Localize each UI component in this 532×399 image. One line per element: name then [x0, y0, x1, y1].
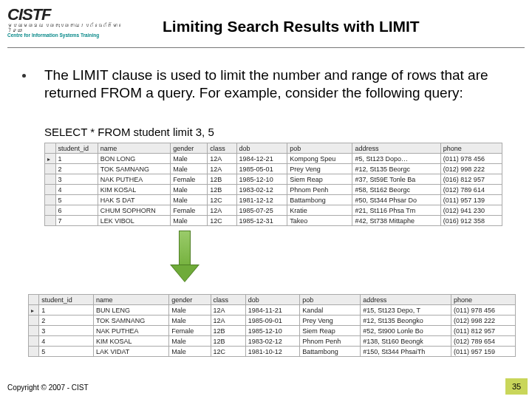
table-row: 2TOK SAMNANGMale12A1985-05-01Prey Veng#1… — [45, 164, 502, 174]
sql-query: SELECT * FROM student limit 3, 5 — [44, 126, 214, 138]
logo: CISTF មជ្ឈមណ្ឌល បណ្តុះបណ្តាលប្រព័ន្ធព័ត៌… — [7, 7, 129, 43]
table-row: 5LAK VIDATMale12C1981-10-12Battambong#15… — [29, 347, 516, 357]
table-row: 1BUN LENGMale12A1984-11-21Kandal#15, St1… — [29, 305, 516, 316]
results-table-full: student_id name gender class dob pob add… — [44, 143, 502, 226]
table-row: 3NAK PUTHEAFemale12B1985-12-10Siem Reap#… — [29, 326, 516, 336]
table-header-row: student_id name gender class dob pob add… — [45, 143, 502, 154]
table-row: 4KIM KOSALMale12B1983-02-12Phnom Penh#13… — [29, 336, 516, 347]
horizontal-rule — [7, 47, 525, 48]
results-table-limited: student_id name gender class dob pob add… — [28, 294, 516, 357]
table-row: 4KIM KOSALMale12B1983-02-12Phnom Penh#58… — [45, 185, 502, 195]
down-arrow-icon — [170, 231, 200, 286]
table-header-row: student_id name gender class dob pob add… — [29, 295, 516, 305]
copyright: Copyright © 2007 - CIST — [7, 383, 89, 392]
table-row: 6CHUM SOPHORNFemale12A1985-07-25Kratie#2… — [45, 205, 502, 216]
table-row: 1BON LONGMale12A1984-12-21Kompong Speu#5… — [45, 154, 502, 164]
logo-mark: CISTF — [7, 7, 129, 22]
page-number: 35 — [505, 378, 528, 395]
body-paragraph: The LIMIT clause is used to limit the nu… — [44, 66, 502, 102]
table-row: 2TOK SAMNANGMale12A1985-09-01Prey Veng#1… — [29, 316, 516, 326]
table-row: 3NAK PUTHEAFemale12B1985-12-10Siem Reap#… — [45, 174, 502, 185]
table-row: 7LEK VIBOLMale12C1985-12-31Takeo#42, St7… — [45, 216, 502, 226]
table-row: 5HAK S DATMale12C1981-12-12Battambong#50… — [45, 195, 502, 205]
logo-subtext: មជ្ឈមណ្ឌល បណ្តុះបណ្តាលប្រព័ន្ធព័ត៌មានវិទ… — [7, 22, 129, 38]
page-title: Limiting Search Results with LIMIT — [163, 18, 420, 35]
bullet-icon — [22, 74, 26, 78]
